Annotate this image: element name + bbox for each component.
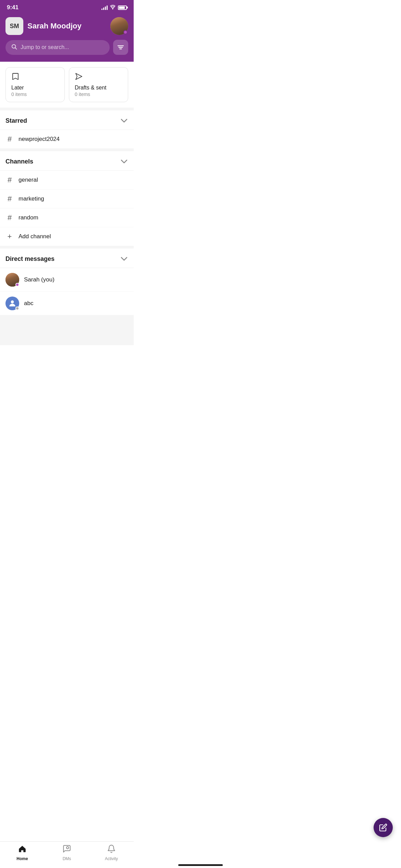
dm-section-header[interactable]: Direct messages xyxy=(0,249,134,268)
avatar[interactable] xyxy=(110,17,128,35)
dm-item[interactable]: Sarah (you) xyxy=(0,268,134,292)
plus-icon: + xyxy=(5,232,14,241)
later-card[interactable]: Later 0 items xyxy=(5,67,65,102)
starred-collapse-icon[interactable] xyxy=(120,117,128,125)
search-icon xyxy=(11,44,17,51)
quick-actions: Later 0 items Drafts & sent 0 items xyxy=(0,62,134,108)
user-avatar-initials[interactable]: SM xyxy=(5,17,23,35)
signal-icon xyxy=(101,5,108,10)
avatar xyxy=(5,297,19,310)
channels-section-header[interactable]: Channels xyxy=(0,151,134,171)
dm-collapse-icon[interactable] xyxy=(120,255,128,263)
channels-collapse-icon[interactable] xyxy=(120,157,128,166)
add-channel-item[interactable]: + Add channel xyxy=(0,227,134,246)
search-placeholder: Jump to or search... xyxy=(21,44,69,50)
list-item[interactable]: # random xyxy=(0,208,134,227)
dm-item[interactable]: abc xyxy=(0,292,134,315)
status-time: 9:41 xyxy=(7,4,19,11)
dm-name: abc xyxy=(24,300,33,307)
status-icons xyxy=(101,5,127,11)
later-title: Later xyxy=(11,85,59,91)
online-status-dot xyxy=(123,30,127,34)
add-channel-label: Add channel xyxy=(19,233,51,240)
status-bar: 9:41 xyxy=(0,0,134,14)
online-dot xyxy=(15,283,19,287)
dm-title: Direct messages xyxy=(5,255,54,263)
channel-name: random xyxy=(19,214,38,221)
header: SM Sarah Moodjoy Jump to or search... xyxy=(0,14,134,62)
avatar xyxy=(5,273,19,287)
starred-section: Starred # newproject2024 xyxy=(0,110,134,148)
bookmark-icon xyxy=(11,72,59,83)
starred-section-header[interactable]: Starred xyxy=(0,110,134,130)
search-bar[interactable]: Jump to or search... xyxy=(5,40,110,55)
send-icon xyxy=(75,72,122,83)
dm-section: Direct messages Sarah (you) ab xyxy=(0,249,134,315)
wifi-icon xyxy=(110,5,116,11)
drafts-title: Drafts & sent xyxy=(75,85,122,91)
main-content: Later 0 items Drafts & sent 0 items Star… xyxy=(0,62,134,345)
hash-icon: # xyxy=(5,135,14,144)
channel-name: general xyxy=(19,177,38,183)
hash-icon: # xyxy=(5,213,14,222)
starred-title: Starred xyxy=(5,117,27,124)
svg-point-7 xyxy=(11,300,14,303)
list-item[interactable]: # general xyxy=(0,171,134,190)
hash-icon: # xyxy=(5,176,14,184)
drafts-card[interactable]: Drafts & sent 0 items xyxy=(69,67,128,102)
filter-button[interactable] xyxy=(113,40,128,55)
dm-name: Sarah (you) xyxy=(24,276,54,283)
battery-icon xyxy=(118,5,127,10)
drafts-subtitle: 0 items xyxy=(75,92,122,97)
list-item[interactable]: # newproject2024 xyxy=(0,130,134,148)
list-item[interactable]: # marketing xyxy=(0,190,134,208)
channels-title: Channels xyxy=(5,158,33,165)
channel-name: marketing xyxy=(19,195,44,202)
channels-section: Channels # general # marketing # random … xyxy=(0,151,134,246)
channel-name: newproject2024 xyxy=(19,136,60,143)
later-subtitle: 0 items xyxy=(11,92,59,97)
svg-line-2 xyxy=(15,48,16,49)
user-name: Sarah Moodjoy xyxy=(27,22,82,31)
offline-dot xyxy=(15,306,19,310)
svg-point-0 xyxy=(112,9,113,9)
svg-marker-6 xyxy=(76,73,82,80)
hash-icon: # xyxy=(5,194,14,203)
